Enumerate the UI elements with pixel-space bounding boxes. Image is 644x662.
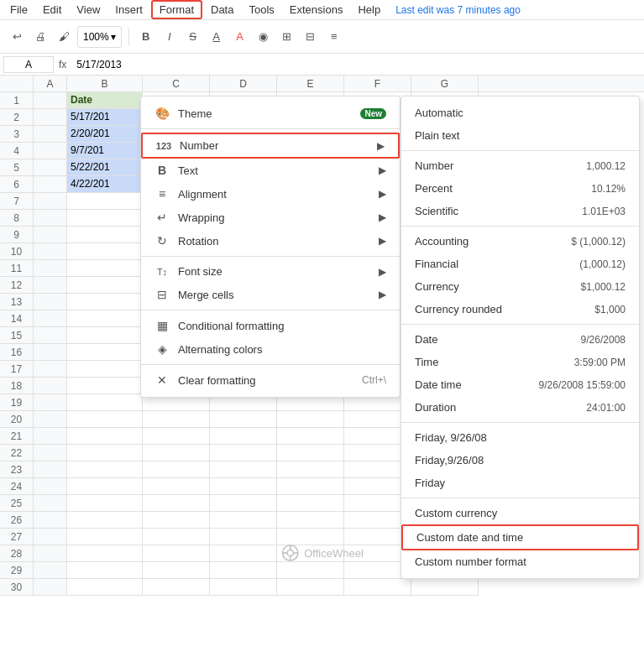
cell[interactable]	[34, 176, 67, 193]
cell[interactable]	[67, 512, 143, 529]
cell[interactable]	[67, 277, 143, 294]
cell[interactable]	[34, 126, 67, 143]
cell[interactable]	[277, 529, 344, 545]
cell[interactable]	[143, 445, 210, 461]
cell[interactable]	[277, 579, 344, 596]
cell[interactable]	[277, 495, 344, 512]
menu-extensions[interactable]: Extensions	[283, 2, 350, 18]
submenu-plain-text[interactable]: Plain text	[401, 124, 639, 147]
cell[interactable]	[67, 394, 143, 411]
menu-item-alignment[interactable]: ≡ Alignment ▶	[141, 182, 400, 206]
cell[interactable]	[67, 310, 143, 327]
cell[interactable]	[210, 579, 277, 596]
cell[interactable]	[210, 512, 277, 529]
cell[interactable]	[34, 579, 67, 596]
cell[interactable]	[34, 277, 67, 294]
submenu-friday[interactable]: Friday	[401, 472, 639, 494]
submenu-friday-long[interactable]: Friday, 9/26/08	[401, 426, 639, 449]
cell[interactable]	[67, 210, 143, 227]
merge-button[interactable]: ⊟	[301, 25, 321, 49]
menu-item-theme[interactable]: 🎨 Theme New	[141, 102, 400, 125]
zoom-select[interactable]: 100% ▾	[77, 26, 122, 48]
menu-tools[interactable]: Tools	[242, 2, 280, 18]
submenu-date[interactable]: Date 9/26/2008	[401, 328, 639, 351]
cell[interactable]	[34, 92, 67, 109]
cell[interactable]	[34, 545, 67, 562]
cell[interactable]	[34, 361, 67, 378]
cell[interactable]: Date	[67, 92, 143, 109]
undo-button[interactable]: ↩	[7, 25, 27, 49]
cell[interactable]	[277, 562, 344, 579]
cell[interactable]	[34, 344, 67, 361]
cell[interactable]	[67, 428, 143, 445]
cell[interactable]	[34, 428, 67, 445]
fill-color-button[interactable]: ◉	[254, 25, 274, 49]
cell[interactable]	[143, 478, 210, 495]
cell[interactable]	[34, 495, 67, 512]
cell[interactable]	[67, 361, 143, 378]
cell[interactable]	[67, 411, 143, 428]
text-color-button[interactable]: A	[230, 25, 250, 49]
menu-item-wrapping[interactable]: ↵ Wrapping ▶	[141, 206, 400, 229]
cell[interactable]	[143, 512, 210, 529]
submenu-custom-currency[interactable]: Custom currency	[401, 502, 639, 524]
cell[interactable]	[34, 378, 67, 394]
cell[interactable]	[67, 478, 143, 495]
menu-data[interactable]: Data	[204, 2, 240, 18]
cell[interactable]	[34, 243, 67, 260]
cell[interactable]	[34, 461, 67, 478]
cell[interactable]	[67, 294, 143, 310]
cell[interactable]	[143, 461, 210, 478]
menu-help[interactable]: Help	[351, 2, 387, 18]
cell[interactable]: 5/17/201	[67, 109, 143, 126]
italic-button[interactable]: I	[160, 25, 180, 49]
cell[interactable]	[67, 562, 143, 579]
menu-item-altcolors[interactable]: ◈ Alternating colors	[141, 337, 400, 361]
cell[interactable]	[277, 461, 344, 478]
cell[interactable]	[210, 495, 277, 512]
cell[interactable]	[210, 428, 277, 445]
cell[interactable]	[143, 411, 210, 428]
menu-item-condformat[interactable]: ▦ Conditional formatting	[141, 314, 400, 337]
submenu-percent[interactable]: Percent 10.12%	[401, 177, 639, 200]
submenu-friday-compact[interactable]: Friday,9/26/08	[401, 449, 639, 472]
cell[interactable]	[277, 512, 344, 529]
cell[interactable]	[277, 445, 344, 461]
submenu-scientific[interactable]: Scientific 1.01E+03	[401, 200, 639, 222]
cell[interactable]	[34, 294, 67, 310]
cell[interactable]	[34, 143, 67, 159]
menu-item-merge[interactable]: ⊟ Merge cells ▶	[141, 283, 400, 306]
cell[interactable]	[34, 394, 67, 411]
submenu-duration[interactable]: Duration 24:01:00	[401, 396, 639, 419]
submenu-date-time[interactable]: Date time 9/26/2008 15:59:00	[401, 373, 639, 396]
menu-item-text[interactable]: B Text ▶	[141, 159, 400, 182]
cell[interactable]	[34, 512, 67, 529]
submenu-custom-number[interactable]: Custom number format	[401, 550, 639, 573]
cell[interactable]: 2/20/201	[67, 126, 143, 143]
cell[interactable]	[34, 529, 67, 545]
menu-insert[interactable]: Insert	[108, 2, 149, 18]
cell[interactable]	[210, 562, 277, 579]
cell[interactable]	[67, 545, 143, 562]
cell[interactable]	[277, 411, 344, 428]
cell[interactable]	[210, 411, 277, 428]
cell[interactable]	[67, 579, 143, 596]
submenu-currency[interactable]: Currency $1,000.12	[401, 275, 639, 298]
cell[interactable]	[143, 562, 210, 579]
cell[interactable]	[34, 109, 67, 126]
menu-item-rotation[interactable]: ↻ Rotation ▶	[141, 229, 400, 253]
cell[interactable]	[34, 159, 67, 176]
cell[interactable]	[210, 461, 277, 478]
cell[interactable]	[34, 478, 67, 495]
cell[interactable]	[411, 579, 479, 596]
align-button[interactable]: ≡	[324, 25, 344, 49]
menu-view[interactable]: View	[70, 2, 107, 18]
cell[interactable]	[34, 562, 67, 579]
cell[interactable]	[67, 344, 143, 361]
cell[interactable]	[34, 310, 67, 327]
formula-input[interactable]	[71, 59, 641, 70]
cell[interactable]	[67, 260, 143, 277]
cell[interactable]	[67, 529, 143, 545]
menu-item-clearformat[interactable]: ✕ Clear formatting Ctrl+\	[141, 368, 400, 392]
cell[interactable]	[67, 495, 143, 512]
